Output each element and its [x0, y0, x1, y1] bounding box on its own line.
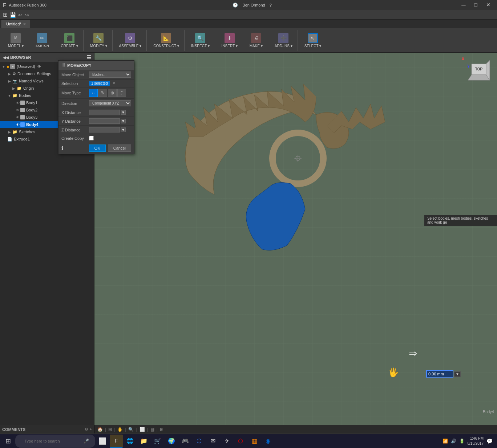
- taskbar-volume-icon[interactable]: 🔊: [451, 439, 456, 444]
- taskbar-app-store[interactable]: 🛒: [151, 435, 164, 448]
- movecopy-info-icon[interactable]: ℹ: [61, 145, 63, 151]
- select-btn[interactable]: ↖ SELECT ▾: [302, 32, 324, 49]
- z-distance-arrow[interactable]: ▼: [121, 127, 126, 132]
- taskbar-app-explorer[interactable]: 📁: [137, 435, 150, 448]
- taskbar-app-browser2[interactable]: 🌍: [165, 435, 178, 448]
- search-area[interactable]: 🎤: [15, 435, 95, 448]
- task-view-btn[interactable]: ⬜: [96, 435, 109, 448]
- body2-eye[interactable]: 👁: [16, 108, 20, 112]
- notification-icon[interactable]: 💬: [486, 438, 493, 444]
- insert-btn[interactable]: ⬇ INSERT ▾: [219, 32, 240, 49]
- select-label[interactable]: SELECT ▾: [304, 44, 322, 48]
- body4-eye[interactable]: 👁: [16, 123, 20, 127]
- taskbar-app-app3[interactable]: ⬡: [234, 435, 247, 448]
- comments-add-icon[interactable]: +: [90, 427, 92, 432]
- x-distance-input[interactable]: 1.00 mm: [89, 110, 120, 115]
- help-btn[interactable]: ?: [270, 3, 272, 7]
- tree-toggle-unsaved[interactable]: ▼: [1, 65, 6, 69]
- model-label[interactable]: MODEL ▾: [8, 44, 24, 48]
- taskbar-search-input[interactable]: [22, 436, 84, 446]
- taskbar-app-app5[interactable]: ◉: [262, 435, 275, 448]
- vc-display-btn[interactable]: ⬜: [140, 427, 145, 432]
- create-label[interactable]: CREATE ▾: [61, 44, 78, 48]
- mic-icon[interactable]: 🎤: [84, 439, 89, 444]
- grid-icon[interactable]: ⊞: [3, 11, 8, 18]
- body1-eye[interactable]: 👁: [16, 101, 20, 105]
- move-type-rotate-btn[interactable]: ↻: [98, 89, 107, 97]
- ok-btn[interactable]: OK: [89, 144, 106, 152]
- vc-home-btn[interactable]: 🏠: [97, 427, 103, 432]
- insert-label[interactable]: INSERT ▾: [222, 44, 238, 48]
- undo-btn[interactable]: ↩: [18, 12, 23, 18]
- x-distance-arrow[interactable]: ▼: [121, 110, 126, 115]
- move-type-point-btn[interactable]: ⊕: [108, 89, 117, 97]
- z-distance-input[interactable]: 0.00 mm: [89, 127, 120, 133]
- history-icon[interactable]: 🕐: [233, 3, 238, 8]
- move-type-face-btn[interactable]: ⤴: [117, 89, 126, 97]
- addins-label[interactable]: ADD-INS ▾: [275, 44, 292, 48]
- tab-close-btn[interactable]: ×: [24, 22, 26, 26]
- vc-render-btn[interactable]: ▦: [150, 427, 154, 432]
- start-btn[interactable]: ⊞: [1, 435, 15, 448]
- y-distance-input[interactable]: 0.00 mm: [89, 118, 120, 124]
- browser-menu-btn[interactable]: ☰: [86, 54, 91, 60]
- construct-label[interactable]: CONSTRUCT ▾: [153, 44, 179, 48]
- modify-label[interactable]: MODIFY ▾: [90, 44, 107, 48]
- taskbar-network-icon[interactable]: 📶: [443, 439, 448, 444]
- vc-pan-btn[interactable]: ✋: [117, 427, 123, 432]
- viewcube[interactable]: TOP: [464, 57, 493, 86]
- move-object-select[interactable]: Bodies...: [89, 72, 131, 78]
- cancel-btn[interactable]: Cancel: [108, 144, 131, 152]
- taskbar-app-fusion[interactable]: F: [110, 435, 123, 448]
- taskbar-battery-icon[interactable]: 🔋: [459, 439, 465, 444]
- tree-label-sketches: Sketches: [19, 130, 35, 134]
- make-btn[interactable]: 🖨 MAKE ▾: [247, 32, 265, 49]
- viewport[interactable]: ⇒ 🖐 ▼ TOP X Y Select bodies, mesh bod: [94, 53, 497, 425]
- inline-input-arrow[interactable]: ▼: [454, 371, 461, 377]
- browser-collapse-btn[interactable]: ◀◀: [3, 56, 9, 60]
- save-btn[interactable]: 💾: [10, 12, 16, 18]
- create-btn[interactable]: ⬛ CREATE ▾: [58, 32, 80, 49]
- minimize-btn[interactable]: ─: [458, 2, 469, 8]
- model-btn[interactable]: M MODEL ▾: [6, 32, 26, 49]
- create-copy-checkbox[interactable]: [89, 136, 94, 140]
- inline-distance-input[interactable]: [426, 370, 453, 378]
- construct-btn[interactable]: 📐 CONSTRUCT ▾: [151, 32, 181, 49]
- move-type-translate-btn[interactable]: ↔: [89, 89, 98, 97]
- taskbar-app-mail[interactable]: ✉: [206, 435, 219, 448]
- tree-toggle-doc[interactable]: ▶: [7, 72, 12, 76]
- sketch-btn[interactable]: ✏ SKETCH: [33, 32, 51, 48]
- addins-btn[interactable]: ➕ ADD-INS ▾: [272, 32, 295, 49]
- taskbar-app-app2[interactable]: ✈: [220, 435, 233, 448]
- vc-layout-btn[interactable]: ⊞: [160, 427, 163, 432]
- assemble-label[interactable]: ASSEMBLE ▾: [119, 44, 142, 48]
- direction-select[interactable]: Component XYZ: [89, 100, 131, 106]
- tree-toggle-sketches[interactable]: ▶: [7, 130, 12, 134]
- taskbar-app-app4[interactable]: ▦: [248, 435, 261, 448]
- close-btn[interactable]: ✕: [482, 2, 494, 8]
- make-label[interactable]: MAKE ▾: [250, 44, 263, 48]
- tree-toggle-named-views[interactable]: ▶: [7, 79, 12, 83]
- inspect-label[interactable]: INSPECT ▾: [191, 44, 210, 48]
- redo-btn[interactable]: ↪: [25, 12, 29, 18]
- tree-toggle-bodies[interactable]: ▼: [7, 94, 12, 98]
- app5-icon: ◉: [266, 437, 271, 444]
- taskbar-app-edge[interactable]: 🌐: [124, 435, 137, 448]
- inspect-btn[interactable]: 🔍 INSPECT ▾: [189, 32, 212, 49]
- selection-clear-btn[interactable]: ✕: [112, 81, 116, 86]
- tab-untitled[interactable]: Untitled* ×: [1, 20, 30, 28]
- taskbar-time[interactable]: 1:46 PM 8/18/2017: [468, 436, 484, 446]
- body3-eye[interactable]: 👁: [16, 115, 20, 119]
- taskbar-app-steam[interactable]: 🎮: [179, 435, 192, 448]
- eye-icon-unsaved[interactable]: 👁: [37, 65, 41, 69]
- comments-settings-icon[interactable]: ⚙: [85, 427, 88, 432]
- y-distance-arrow[interactable]: ▼: [121, 119, 126, 123]
- tree-toggle-origin[interactable]: ▶: [12, 86, 16, 90]
- assemble-btn[interactable]: ⚙ ASSEMBLE ▾: [117, 32, 144, 49]
- taskbar-app-app1[interactable]: ⬡: [193, 435, 206, 448]
- modify-btn[interactable]: 🔧 MODIFY ▾: [88, 32, 109, 49]
- vc-grid-btn[interactable]: ⊞: [108, 427, 112, 432]
- vc-zoom-btn[interactable]: 🔍: [128, 427, 134, 432]
- body-color-swatch: ■: [10, 64, 15, 69]
- maximize-btn[interactable]: □: [471, 2, 481, 8]
